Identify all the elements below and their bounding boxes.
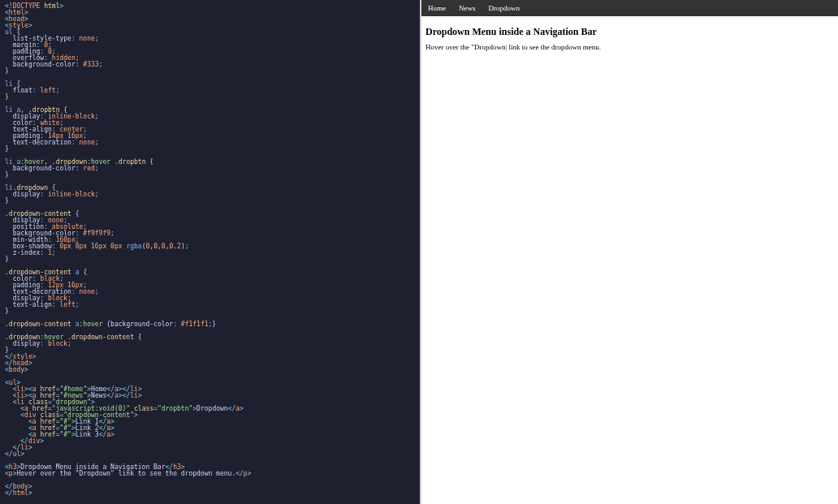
split-editor-container: <!DOCTYPE html><html><head><style>ul { l…: [0, 0, 838, 504]
preview-body: Dropdown Menu inside a Navigation Bar Ho…: [421, 16, 838, 59]
code-line[interactable]: }: [5, 68, 415, 75]
code-line[interactable]: list-style-type: none;: [5, 36, 415, 42]
nav-link-news[interactable]: News: [452, 0, 482, 16]
code-line[interactable]: background-color: red;: [5, 166, 415, 172]
code-line[interactable]: }: [5, 308, 415, 315]
code-line[interactable]: box-shadow: 0px 8px 16px 0px rgba(0,0,0,…: [5, 243, 415, 250]
code-line[interactable]: }: [5, 172, 415, 179]
nav-link-home[interactable]: Home: [421, 0, 452, 16]
code-editor-pane[interactable]: <!DOCTYPE html><html><head><style>ul { l…: [0, 0, 420, 504]
nav-item-news[interactable]: News: [452, 0, 482, 16]
code-line[interactable]: <p>Hover over the "Dropdown" link to see…: [5, 471, 415, 477]
code-line[interactable]: z-index: 1;: [5, 250, 415, 256]
code-line[interactable]: margin: 0;: [5, 42, 415, 49]
code-line[interactable]: .dropdown-content a {: [5, 269, 415, 276]
code-line[interactable]: <a href="#">Link 3</a>: [5, 432, 415, 438]
code-line[interactable]: <style>: [5, 23, 415, 29]
code-line[interactable]: </body>: [5, 484, 415, 490]
code-line[interactable]: .dropdown-content a:hover {background-co…: [5, 321, 415, 328]
code-line[interactable]: [5, 373, 415, 380]
preview-paragraph: Hover over the "Dropdown| link to see th…: [425, 43, 834, 51]
preview-pane: Home News Dropdown Dropdown Menu inside …: [420, 0, 838, 504]
code-line[interactable]: }: [5, 94, 415, 101]
code-line[interactable]: [5, 75, 415, 81]
code-line[interactable]: </html>: [5, 490, 415, 497]
code-line[interactable]: [5, 477, 415, 484]
code-line[interactable]: </li>: [5, 445, 415, 451]
code-line[interactable]: }: [5, 347, 415, 354]
code-line[interactable]: float: left;: [5, 88, 415, 94]
code-line[interactable]: </ul>: [5, 451, 415, 458]
code-line[interactable]: </head>: [5, 360, 415, 367]
code-line[interactable]: text-decoration: none;: [5, 140, 415, 146]
preview-heading: Dropdown Menu inside a Navigation Bar: [425, 26, 834, 38]
code-line[interactable]: display: inline-block;: [5, 192, 415, 198]
code-line[interactable]: <!DOCTYPE html>: [5, 3, 415, 10]
code-line[interactable]: }: [5, 146, 415, 153]
paragraph-text-pre: Hover over the "Dropdown: [425, 43, 505, 51]
code-line[interactable]: li {: [5, 81, 415, 88]
code-line[interactable]: }: [5, 198, 415, 205]
code-line[interactable]: [5, 179, 415, 185]
code-line[interactable]: <head>: [5, 16, 415, 23]
nav-item-home[interactable]: Home: [421, 0, 452, 16]
paragraph-text-post: link to see the dropdown menu.: [507, 43, 601, 51]
code-line[interactable]: background-color: #333;: [5, 62, 415, 68]
code-line[interactable]: }: [5, 256, 415, 263]
code-line[interactable]: </div>: [5, 438, 415, 445]
code-line[interactable]: display: block;: [5, 341, 415, 347]
code-line[interactable]: <html>: [5, 10, 415, 16]
code-line[interactable]: display: inline-block;: [5, 114, 415, 120]
code-line[interactable]: <body>: [5, 367, 415, 373]
nav-item-dropdown[interactable]: Dropdown: [482, 0, 527, 16]
code-line[interactable]: text-align: left;: [5, 302, 415, 308]
preview-navbar: Home News Dropdown: [421, 0, 838, 16]
nav-link-dropdown[interactable]: Dropdown: [482, 0, 527, 16]
code-line[interactable]: </style>: [5, 354, 415, 360]
